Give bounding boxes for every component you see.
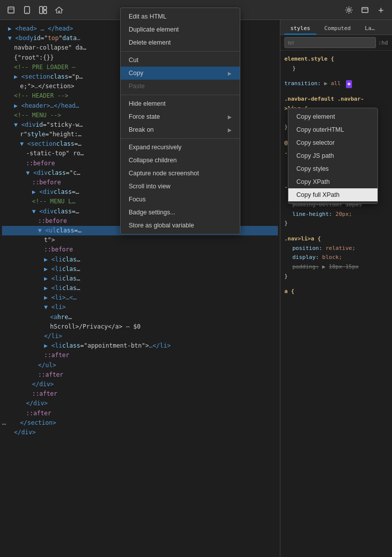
- primary-context-menu: Edit as HTML Duplicate element Delete el…: [120, 8, 240, 234]
- menu-item-delete-element[interactable]: Delete element: [121, 36, 240, 49]
- submenu-item-copy-selector[interactable]: Copy selector: [288, 136, 377, 149]
- submenu-item-copy-full-xpath[interactable]: Copy full XPath: [288, 188, 377, 201]
- submenu-arrow-break: ▶: [228, 127, 232, 133]
- context-menu-overlay: Edit as HTML Duplicate element Delete el…: [0, 0, 392, 557]
- menu-item-store-global[interactable]: Store as global variable: [121, 219, 240, 232]
- menu-item-paste: Paste: [121, 80, 240, 93]
- copy-submenu: Copy element Copy outerHTML Copy selecto…: [288, 108, 378, 204]
- submenu-arrow-force: ▶: [228, 114, 232, 120]
- submenu-arrow-copy: ▶: [228, 71, 232, 76]
- menu-item-edit-as-html[interactable]: Edit as HTML: [121, 10, 240, 23]
- menu-item-break-on[interactable]: Break on ▶: [121, 123, 240, 136]
- menu-item-badge-settings[interactable]: Badge settings...: [121, 206, 240, 219]
- menu-separator-2: [121, 95, 240, 95]
- submenu-item-copy-outerhtml[interactable]: Copy outerHTML: [288, 123, 377, 136]
- submenu-item-copy-styles[interactable]: Copy styles: [288, 162, 377, 175]
- menu-item-copy[interactable]: Copy ▶: [121, 67, 240, 80]
- menu-item-collapse-children[interactable]: Collapse children: [121, 154, 240, 167]
- menu-item-focus[interactable]: Focus: [121, 193, 240, 206]
- submenu-item-copy-js-path[interactable]: Copy JS path: [288, 149, 377, 162]
- menu-item-force-state[interactable]: Force state ▶: [121, 110, 240, 123]
- submenu-item-copy-element[interactable]: Copy element: [288, 110, 377, 123]
- menu-item-cut[interactable]: Cut: [121, 54, 240, 67]
- menu-item-scroll-into-view[interactable]: Scroll into view: [121, 180, 240, 193]
- menu-separator-1: [121, 51, 240, 52]
- menu-item-expand-recursively[interactable]: Expand recursively: [121, 141, 240, 154]
- menu-item-duplicate-element[interactable]: Duplicate element: [121, 23, 240, 36]
- submenu-item-copy-xpath[interactable]: Copy XPath: [288, 175, 377, 188]
- menu-separator-3: [121, 138, 240, 139]
- menu-item-hide-element[interactable]: Hide element: [121, 97, 240, 110]
- menu-item-capture-screenshot[interactable]: Capture node screenshot: [121, 167, 240, 180]
